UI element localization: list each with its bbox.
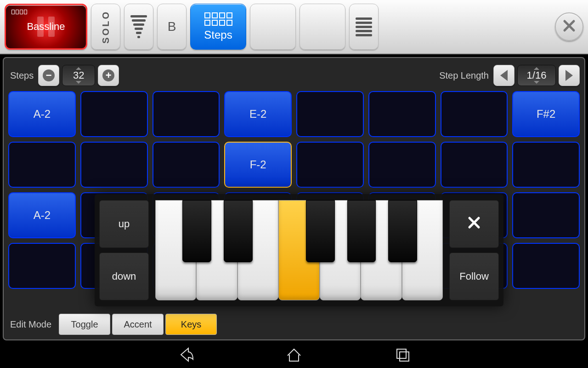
list-icon	[356, 17, 372, 36]
solo-label: SOLO	[101, 10, 111, 44]
minus-icon: −	[43, 69, 55, 81]
step-cell[interactable]	[512, 243, 580, 289]
steps-label: Steps	[8, 70, 35, 81]
popup-close-button[interactable]	[449, 200, 499, 248]
steplength-next-button[interactable]	[559, 65, 580, 86]
step-cell[interactable]	[8, 142, 76, 188]
track-button[interactable]: Bassline	[5, 4, 87, 50]
sound-button[interactable]	[250, 4, 296, 50]
editmode-keys-button[interactable]: Keys	[165, 314, 217, 335]
step-cell[interactable]: A-2	[8, 192, 76, 238]
step-cell[interactable]: F-2	[224, 142, 292, 188]
step-cell[interactable]	[80, 91, 148, 137]
step-cell[interactable]: E-2	[224, 91, 292, 137]
step-cell[interactable]	[441, 91, 508, 137]
steplength-prev-button[interactable]	[493, 65, 514, 86]
black-key[interactable]	[388, 200, 417, 262]
step-cell[interactable]	[441, 142, 508, 188]
svg-rect-0	[397, 349, 406, 358]
steplength-label: Step Length	[437, 70, 491, 81]
top-toolbar: Bassline SOLO B Steps	[0, 0, 588, 54]
close-icon	[562, 19, 576, 34]
octave-down-button[interactable]: down	[99, 253, 149, 300]
steps-tab-button[interactable]: Steps	[190, 4, 246, 50]
steps-value[interactable]: 32	[62, 65, 95, 86]
step-cell[interactable]	[512, 192, 580, 238]
back-icon[interactable]	[177, 346, 194, 365]
step-cell[interactable]	[296, 142, 364, 188]
pattern-label: B	[168, 19, 176, 34]
step-cell[interactable]	[296, 91, 364, 137]
steps-decrement-button[interactable]: −	[38, 65, 59, 86]
edit-mode-label: Edit Mode	[10, 319, 51, 330]
pattern-select-button[interactable]: B	[157, 4, 187, 50]
track-label: Bassline	[27, 21, 65, 33]
recents-icon[interactable]	[394, 346, 411, 365]
svg-rect-1	[400, 352, 409, 361]
settings-button[interactable]	[300, 4, 345, 50]
black-key[interactable]	[347, 200, 376, 262]
step-cell[interactable]: A-2	[8, 91, 76, 137]
step-cell[interactable]	[368, 91, 436, 137]
triangle-left-icon	[500, 70, 508, 81]
black-key[interactable]	[224, 200, 253, 262]
close-button[interactable]	[555, 12, 583, 41]
editmode-accent-button[interactable]: Accent	[112, 314, 164, 335]
step-cell[interactable]	[512, 142, 580, 188]
solo-button[interactable]: SOLO	[91, 4, 120, 50]
android-navbar	[0, 343, 588, 368]
edit-mode-bar: Edit Mode Toggle Accent Keys	[10, 314, 217, 335]
keyboard-popup: up down Follow	[95, 194, 503, 306]
editmode-toggle-button[interactable]: Toggle	[59, 314, 110, 335]
piano-keys	[155, 200, 443, 300]
steps-tab-label: Steps	[204, 29, 232, 41]
menu-button[interactable]	[349, 4, 379, 50]
steps-increment-button[interactable]: +	[98, 65, 119, 86]
steplength-value[interactable]: 1/16	[517, 65, 556, 86]
step-cell[interactable]	[80, 142, 148, 188]
black-key[interactable]	[182, 200, 211, 262]
controls-row: Steps − 32 + Step Length 1/16	[8, 63, 580, 88]
octave-up-button[interactable]: up	[99, 200, 149, 248]
pattern-mini-icon	[11, 10, 27, 14]
step-cell[interactable]: F#2	[512, 91, 580, 137]
close-icon	[468, 216, 481, 232]
step-cell[interactable]	[8, 243, 76, 289]
volume-button[interactable]	[124, 4, 153, 50]
step-cell[interactable]	[153, 91, 220, 137]
triangle-right-icon	[565, 70, 573, 81]
step-cell[interactable]	[368, 142, 436, 188]
home-icon[interactable]	[286, 346, 302, 365]
steps-grid-icon	[204, 12, 232, 26]
follow-button[interactable]: Follow	[449, 253, 499, 300]
plus-icon: +	[102, 69, 114, 81]
volume-icon	[130, 15, 147, 38]
step-cell[interactable]	[153, 142, 220, 188]
black-key[interactable]	[306, 200, 335, 262]
